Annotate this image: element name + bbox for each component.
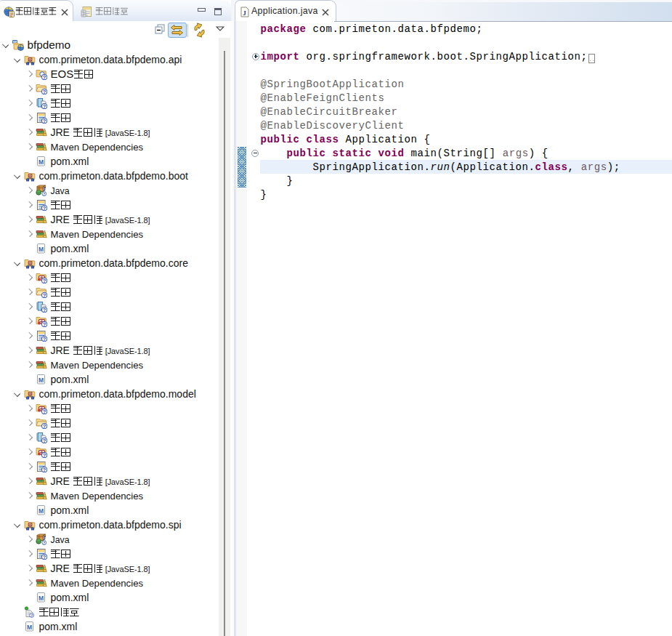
svg-text:?: ? [43,336,46,342]
svg-text:?: ? [43,554,46,560]
svg-text:M: M [27,624,32,631]
svg-text:?: ? [43,74,46,80]
svg-text:?: ? [43,438,46,443]
svg-text:?: ? [43,408,46,414]
svg-text:J: J [243,9,246,17]
svg-text:?: ? [43,423,46,429]
svg-text:?: ? [43,205,46,211]
svg-text:?: ? [43,321,46,327]
svg-text:?: ? [43,278,46,283]
svg-text:?: ? [43,292,46,298]
svg-text:?: ? [43,89,46,94]
svg-text:M: M [39,595,44,602]
svg-text:?: ? [31,613,33,618]
svg-text:M: M [39,377,44,384]
svg-text:M: M [39,158,44,166]
svg-text:?: ? [43,192,45,196]
svg-text:M: M [39,507,44,515]
svg-text:?: ? [43,452,46,458]
svg-text:?: ? [43,103,46,109]
svg-text:?: ? [43,307,46,313]
svg-text:?: ? [43,467,46,472]
svg-text:?: ? [43,118,46,124]
svg-text:M: M [39,246,44,253]
svg-text:?: ? [43,541,45,545]
